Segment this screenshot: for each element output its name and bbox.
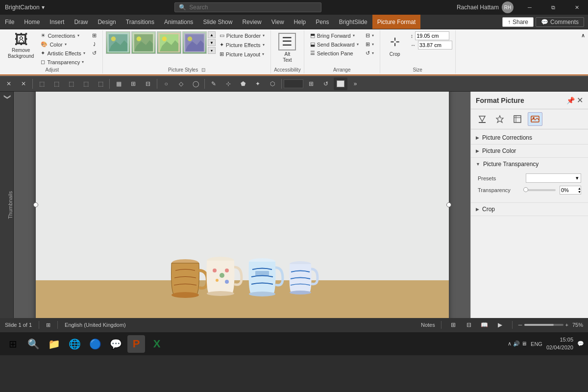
gallery-scroll-down[interactable]: ▼ xyxy=(208,39,216,46)
menu-slideshow[interactable]: Slide Show xyxy=(198,15,237,29)
taskbar-chrome[interactable]: 🌐 xyxy=(66,335,83,353)
taskbar-powerpoint[interactable]: P xyxy=(127,335,145,353)
taskbar-search[interactable]: 🔍 xyxy=(24,335,42,353)
start-button[interactable]: ⊞ xyxy=(4,335,22,353)
toolbar-btn8[interactable]: ⊟ xyxy=(141,77,155,90)
zoom-plus-button[interactable]: + xyxy=(565,322,568,328)
group-button[interactable]: ⊞ ▾ xyxy=(363,40,377,49)
change-picture-button[interactable]: ⤸ xyxy=(89,40,99,49)
transparency-increment[interactable]: ▲ xyxy=(577,187,582,190)
format-tab-size[interactable] xyxy=(510,112,525,126)
gallery-expand[interactable]: ▾ xyxy=(208,47,216,54)
picture-style-3[interactable] xyxy=(157,31,181,54)
taskbar-teams[interactable]: 💬 xyxy=(107,335,124,353)
toolbar-btn13[interactable]: ⊹ xyxy=(221,77,235,90)
format-panel-pin[interactable]: 📌 xyxy=(566,97,575,104)
menu-transitions[interactable]: Transitions xyxy=(121,15,159,29)
picture-effects-button[interactable]: ✦ Picture Effects ▾ xyxy=(217,41,268,49)
artistic-dropdown[interactable]: ▾ xyxy=(83,51,85,55)
gallery-scroll-up[interactable]: ▲ xyxy=(208,31,216,38)
toolbar-x2[interactable]: ✕ xyxy=(17,77,30,90)
normal-view-button[interactable]: ⊞ xyxy=(447,320,459,330)
transparency-slider-thumb[interactable] xyxy=(523,187,528,192)
share-button[interactable]: ↑ Share xyxy=(502,17,534,27)
compress-button[interactable]: ⊞ xyxy=(89,31,99,40)
crop-header[interactable]: ▶ Crop xyxy=(471,203,588,216)
toolbar-more[interactable]: » xyxy=(348,77,362,90)
restore-button[interactable]: ⧉ xyxy=(542,0,564,15)
minimize-button[interactable]: ─ xyxy=(518,0,541,15)
transparency-slider[interactable] xyxy=(526,189,556,191)
color-dropdown[interactable]: ▾ xyxy=(65,42,67,47)
menu-home[interactable]: Home xyxy=(19,15,45,29)
taskbar-file-explorer[interactable]: 📁 xyxy=(45,335,63,353)
color-button[interactable]: 🎨 Color ▾ xyxy=(38,40,88,49)
artistic-effects-button[interactable]: ✦ Artistic Effects ▾ xyxy=(38,49,88,57)
close-button[interactable]: ✕ xyxy=(565,0,588,15)
toolbar-btn3[interactable]: ⬚ xyxy=(64,77,78,90)
transparency-button[interactable]: ◻ Transparency ▾ xyxy=(38,58,88,66)
ribbon-expand[interactable]: ∧ xyxy=(581,32,585,39)
format-panel-close-button[interactable]: ✕ xyxy=(577,96,583,105)
align-dropdown[interactable]: ▾ xyxy=(372,33,374,38)
zoom-level[interactable]: 75% xyxy=(572,322,583,328)
slide-canvas[interactable] xyxy=(36,92,449,318)
corrections-button[interactable]: ☀ Corrections ▾ xyxy=(38,31,88,40)
toolbar-btn14[interactable]: ⬟ xyxy=(236,77,250,90)
send-backward-button[interactable]: ⬓ Send Backward ▾ xyxy=(307,40,362,49)
alt-text-button[interactable]: ☰ AltText xyxy=(275,31,299,65)
toolbar-btn11[interactable]: ◯ xyxy=(189,77,202,90)
menu-insert[interactable]: Insert xyxy=(45,15,69,29)
taskbar-excel[interactable]: X xyxy=(148,335,166,353)
comments-button[interactable]: 💬 Comments xyxy=(536,17,584,27)
menu-draw[interactable]: Draw xyxy=(69,15,93,29)
toolbar-btn4[interactable]: ⬚ xyxy=(79,77,93,90)
rotate-button[interactable]: ↺ ▾ xyxy=(363,49,377,57)
format-tab-effects[interactable] xyxy=(492,112,507,126)
taskbar-notification[interactable]: 💬 xyxy=(577,341,584,347)
slide-outline-icon[interactable]: ⊞ xyxy=(46,322,50,328)
picture-style-4[interactable] xyxy=(182,31,207,54)
send-backward-dropdown[interactable]: ▾ xyxy=(357,42,359,47)
toolbar-btn1[interactable]: ⬚ xyxy=(35,77,49,90)
toolbar-btn6[interactable]: ▦ xyxy=(112,77,125,90)
bring-forward-dropdown[interactable]: ▾ xyxy=(353,33,355,38)
picture-style-2[interactable] xyxy=(131,31,156,54)
notes-button[interactable]: Notes xyxy=(421,322,435,328)
transparency-value-input[interactable] xyxy=(560,186,577,194)
picture-layout-button[interactable]: ⊞ Picture Layout ▾ xyxy=(217,50,268,58)
menu-help[interactable]: Help xyxy=(289,15,311,29)
selection-handle-ml[interactable] xyxy=(33,202,38,207)
reset-picture-button[interactable]: ↺ xyxy=(89,49,99,57)
toolbar-color[interactable] xyxy=(334,77,347,90)
reading-view-button[interactable]: 📖 xyxy=(479,320,490,330)
transparency-dropdown[interactable]: ▾ xyxy=(82,60,84,64)
width-input[interactable] xyxy=(418,41,452,49)
menu-pens[interactable]: Pens xyxy=(311,15,334,29)
picture-effects-dropdown[interactable]: ▾ xyxy=(263,43,265,47)
search-input[interactable] xyxy=(189,4,317,11)
toolbar-btn5[interactable]: ⬚ xyxy=(94,77,107,90)
picture-border-dropdown[interactable]: ▾ xyxy=(263,33,265,38)
zoom-minus-button[interactable]: ─ xyxy=(518,322,522,328)
toolbar-btn7[interactable]: ⊞ xyxy=(126,77,140,90)
menu-view[interactable]: View xyxy=(267,15,289,29)
corrections-dropdown[interactable]: ▾ xyxy=(77,33,79,38)
crop-button[interactable]: ⊹ Crop xyxy=(383,31,407,58)
selection-pane-button[interactable]: ☰ Selection Pane xyxy=(307,49,362,57)
slide-sorter-button[interactable]: ⊟ xyxy=(463,320,475,330)
group-dropdown[interactable]: ▾ xyxy=(372,42,374,47)
menu-design[interactable]: Design xyxy=(93,15,121,29)
transparency-decrement[interactable]: ▼ xyxy=(577,190,582,194)
toolbar-btn17[interactable]: ⊞ xyxy=(304,77,318,90)
menu-brightslide[interactable]: BrightSlide xyxy=(334,15,372,29)
format-tab-picture[interactable] xyxy=(528,112,542,126)
toolbar-btn2[interactable]: ⬚ xyxy=(49,77,63,90)
rotate-dropdown[interactable]: ▾ xyxy=(372,51,374,55)
picture-color-header[interactable]: ▶ Picture Color xyxy=(471,145,588,157)
toolbar-rotate[interactable]: ↺ xyxy=(319,77,333,90)
toolbar-x1[interactable]: ✕ xyxy=(2,77,16,90)
toolbar-btn16[interactable]: ⬡ xyxy=(266,77,279,90)
taskbar-app2[interactable]: 🔵 xyxy=(86,335,104,353)
presets-dropdown[interactable]: ▾ xyxy=(526,173,581,183)
